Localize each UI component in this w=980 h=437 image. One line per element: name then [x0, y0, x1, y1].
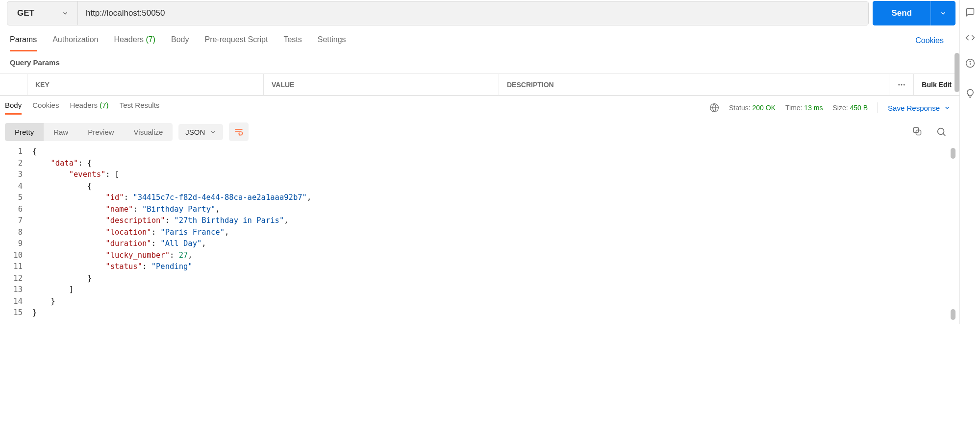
response-tab-body[interactable]: Body: [5, 101, 22, 115]
time-block: Time: 13 ms: [785, 104, 823, 112]
scrollbar-thumb[interactable]: [951, 309, 955, 320]
svg-point-8: [938, 128, 944, 135]
status-block: Status: 200 OK: [729, 104, 776, 112]
size-label: Size:: [832, 104, 848, 112]
response-body-viewer[interactable]: 1 2 3 4 5 6 7 8 9 10 11 12 13 14 15 { "d…: [0, 144, 959, 324]
tab-prerequest[interactable]: Pre-request Script: [204, 35, 268, 51]
params-value-header: VALUE: [264, 74, 499, 95]
response-tab-cookies[interactable]: Cookies: [32, 101, 59, 115]
tab-headers-label: Headers: [114, 35, 144, 44]
tab-tests[interactable]: Tests: [283, 35, 302, 51]
tab-settings[interactable]: Settings: [318, 35, 346, 51]
send-button[interactable]: Send: [873, 1, 930, 25]
view-visualize-button[interactable]: Visualize: [124, 123, 173, 141]
wrap-lines-button[interactable]: [229, 122, 249, 141]
tab-headers[interactable]: Headers (7): [114, 35, 156, 51]
scrollbar-thumb[interactable]: [955, 53, 959, 92]
view-raw-button[interactable]: Raw: [44, 123, 78, 141]
save-response-button[interactable]: Save Response: [888, 104, 955, 112]
tab-body[interactable]: Body: [171, 35, 189, 51]
more-options-button[interactable]: [889, 74, 914, 95]
request-url-input[interactable]: [78, 1, 868, 25]
size-block: Size: 450 B: [832, 104, 868, 112]
tab-authorization[interactable]: Authorization: [52, 35, 98, 51]
query-params-title: Query Params: [0, 51, 959, 73]
search-icon[interactable]: [936, 126, 947, 137]
copy-icon[interactable]: [912, 126, 922, 137]
send-dropdown-button[interactable]: [930, 1, 955, 25]
scrollbar-thumb[interactable]: [951, 148, 955, 159]
time-label: Time:: [785, 104, 802, 112]
tab-params[interactable]: Params: [10, 35, 37, 51]
code-content: { "data": { "events": [ { "id": "34415c7…: [32, 146, 959, 319]
format-select[interactable]: JSON: [178, 124, 223, 140]
params-table: KEY VALUE DESCRIPTION Bulk Edit: [0, 73, 959, 96]
view-pretty-button[interactable]: Pretty: [5, 123, 44, 141]
chevron-down-icon: [62, 10, 69, 17]
save-response-label: Save Response: [888, 104, 940, 112]
line-number-gutter: 1 2 3 4 5 6 7 8 9 10 11 12 13 14 15: [5, 146, 32, 319]
http-method-label: GET: [17, 8, 34, 18]
status-value: 200 OK: [753, 104, 776, 112]
size-value: 450 B: [850, 104, 868, 112]
http-method-select[interactable]: GET: [7, 1, 78, 25]
right-side-strip: [959, 0, 980, 324]
response-tab-headers-count: (7): [100, 101, 108, 109]
bulk-edit-button[interactable]: Bulk Edit: [914, 81, 959, 89]
svg-point-0: [898, 84, 900, 85]
globe-icon[interactable]: [709, 103, 719, 113]
tab-headers-count: (7): [146, 35, 155, 44]
svg-point-12: [970, 61, 971, 62]
response-tab-test-results[interactable]: Test Results: [120, 101, 160, 115]
code-icon[interactable]: [965, 32, 976, 43]
svg-line-9: [943, 134, 946, 136]
svg-point-2: [904, 84, 905, 85]
view-mode-group: Pretty Raw Preview Visualize: [5, 123, 173, 141]
params-description-header: DESCRIPTION: [499, 74, 889, 95]
format-label: JSON: [185, 128, 205, 136]
params-checkbox-col: [0, 74, 27, 95]
params-key-header: KEY: [27, 74, 264, 95]
cookies-link[interactable]: Cookies: [915, 36, 944, 51]
status-label: Status:: [729, 104, 751, 112]
comments-icon[interactable]: [965, 7, 976, 18]
response-tab-headers[interactable]: Headers (7): [70, 101, 108, 115]
svg-point-1: [901, 84, 902, 85]
time-value: 13 ms: [804, 104, 823, 112]
info-icon[interactable]: [965, 58, 976, 69]
view-preview-button[interactable]: Preview: [78, 123, 124, 141]
response-tab-headers-label: Headers: [70, 101, 98, 109]
divider: [878, 102, 878, 113]
tips-icon[interactable]: [965, 88, 976, 99]
